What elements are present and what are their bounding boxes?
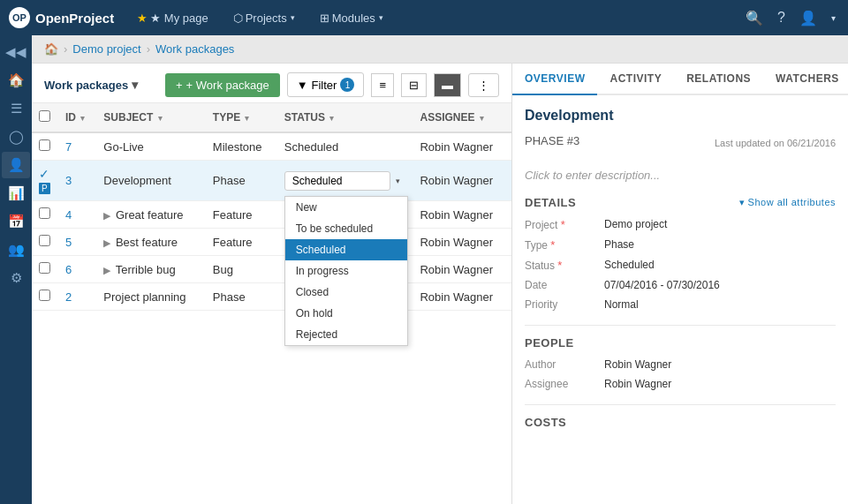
field-value-status[interactable]: Scheduled [604, 259, 836, 271]
table-row[interactable]: ✓ P 3 Development Phase New [32, 161, 511, 201]
status-option-rejected[interactable]: Rejected [285, 324, 407, 345]
field-value-project[interactable]: Demo project [604, 218, 836, 230]
status-option-scheduled[interactable]: Scheduled [285, 239, 407, 260]
sidebar-item-gantt[interactable]: 📊 [2, 180, 30, 207]
breadcrumb-home-icon[interactable]: 🏠 [44, 42, 58, 56]
detail-field-date: Date 07/04/2016 - 07/30/2016 [525, 279, 836, 291]
field-value-author[interactable]: Robin Wagner [604, 358, 836, 371]
row-checkbox[interactable] [39, 290, 50, 301]
row-subject[interactable]: Project planning [96, 283, 205, 311]
row-subject[interactable]: Go-Live [96, 132, 205, 161]
field-label-priority: Priority [525, 298, 604, 311]
status-option-to-be-scheduled[interactable]: To be scheduled [285, 218, 407, 239]
view-split-button[interactable]: ⊟ [401, 73, 427, 97]
tab-overview[interactable]: OVERVIEW [512, 64, 597, 95]
row-id[interactable]: 6 [58, 256, 96, 283]
field-value-type[interactable]: Phase [604, 238, 836, 251]
filter-button[interactable]: ▼ Filter 1 [287, 72, 365, 97]
sidebar-item-back[interactable]: ◀◀ [2, 39, 30, 65]
detail-field-status: Status * Scheduled [525, 259, 836, 272]
detail-tabs: OVERVIEW ACTIVITY RELATIONS WATCHERS [512, 64, 848, 95]
detail-field-type: Type * Phase [525, 238, 836, 252]
row-subject[interactable]: ▶ Terrible bug [96, 256, 205, 283]
breadcrumb-demo-project[interactable]: Demo project [72, 42, 140, 56]
nav-projects[interactable]: ⬡ Projects ▾ [228, 8, 300, 28]
status-option-in-progress[interactable]: In progress [285, 260, 407, 282]
nav-my-page[interactable]: ★ ★ My page [132, 8, 213, 28]
select-all-checkbox[interactable] [39, 110, 50, 122]
sidebar-item-settings[interactable]: ⚙ [2, 265, 30, 291]
row-subject[interactable]: ▶ Best feature [96, 229, 205, 256]
status-select[interactable]: New To be scheduled Scheduled In progres… [284, 171, 390, 191]
status-option-on-hold[interactable]: On hold [285, 303, 407, 324]
row-checkbox[interactable] [39, 235, 50, 246]
row-checkbox[interactable] [39, 207, 50, 219]
tab-relations[interactable]: RELATIONS [674, 64, 763, 95]
field-value-assignee[interactable]: Robin Wagner [604, 378, 836, 390]
breadcrumb-work-packages[interactable]: Work packages [155, 42, 234, 56]
row-checkbox[interactable] [39, 262, 50, 274]
row-subject[interactable]: Development [96, 161, 205, 201]
status-dropdown-wrapper[interactable]: New To be scheduled Scheduled In progres… [284, 171, 406, 191]
field-value-priority[interactable]: Normal [604, 298, 836, 311]
status-option-closed[interactable]: Closed [285, 282, 407, 303]
show-all-attrs-button[interactable]: ▾ Show all attributes [739, 197, 836, 208]
breadcrumb: 🏠 › Demo project › Work packages [32, 35, 848, 64]
row-subject[interactable]: ▶ Great feature [96, 201, 205, 229]
sidebar: ◀◀ 🏠 ☰ ◯ 👤 📊 📅 👥 ⚙ [0, 35, 32, 504]
row-type: Bug [206, 256, 277, 283]
row-id[interactable]: 2 [58, 283, 96, 311]
row-assignee: Robin Wagner [413, 161, 511, 201]
status-option-new[interactable]: New [285, 197, 407, 218]
logo-icon: OP [9, 7, 30, 28]
row-id[interactable]: 3 [58, 161, 96, 201]
row-id[interactable]: 7 [58, 132, 96, 161]
sidebar-item-activity[interactable]: ◯ [2, 124, 30, 150]
required-indicator: * [561, 218, 565, 231]
row-check [32, 201, 58, 229]
more-options-button[interactable]: ⋮ [468, 73, 499, 97]
sidebar-item-home[interactable]: 🏠 [2, 67, 30, 94]
user-caret-icon[interactable]: ▾ [828, 10, 839, 26]
details-section-title: DETAILS ▾ Show all attributes [525, 196, 836, 209]
work-packages-table: ID ▾ SUBJECT ▾ TYPE ▾ STATUS ▾ ASSIGNEE … [32, 103, 511, 504]
row-id[interactable]: 4 [58, 201, 96, 229]
navbar-right: 🔍 ? 👤 ▾ [742, 6, 839, 30]
sidebar-item-menu[interactable]: ☰ [2, 95, 30, 122]
detail-field-project: Project * Demo project [525, 218, 836, 231]
field-value-date[interactable]: 07/04/2016 - 07/30/2016 [604, 279, 836, 291]
row-checkbox[interactable] [39, 139, 50, 151]
th-assignee[interactable]: ASSIGNEE ▾ [413, 103, 511, 132]
sidebar-item-calendar[interactable]: 📅 [2, 208, 30, 235]
table-row[interactable]: 5 ▶ Best feature Feature Robin Wagner [32, 229, 511, 256]
sidebar-item-team[interactable]: 👥 [2, 237, 30, 263]
help-icon[interactable]: ? [774, 6, 789, 29]
tab-watchers[interactable]: WATCHERS [763, 64, 848, 95]
view-detail-button[interactable]: ▬ [434, 73, 461, 97]
row-id[interactable]: 5 [58, 229, 96, 256]
search-icon[interactable]: 🔍 [742, 6, 767, 30]
user-icon[interactable]: 👤 [796, 6, 821, 30]
th-id[interactable]: ID ▾ [58, 103, 96, 132]
table-row[interactable]: 6 ▶ Terrible bug Bug Robin Wagner [32, 256, 511, 283]
plus-icon: + [176, 79, 183, 92]
th-status[interactable]: STATUS ▾ [277, 103, 413, 132]
th-type[interactable]: TYPE ▾ [206, 103, 277, 132]
add-work-package-button[interactable]: + + Work package [165, 73, 280, 97]
logo[interactable]: OP OpenProject [9, 7, 114, 28]
row-assignee: Robin Wagner [413, 256, 511, 283]
table-row[interactable]: 7 Go-Live Milestone Scheduled Robin Wagn… [32, 132, 511, 161]
table-row[interactable]: 4 ▶ Great feature Feature Robin Wagner [32, 201, 511, 229]
status-dropdown-menu[interactable]: New To be scheduled Scheduled In progres… [284, 196, 408, 346]
wp-toolbar: + + Work package ▼ Filter 1 ≡ ⊟ ▬ ⋮ [165, 72, 499, 97]
sidebar-item-workpackages[interactable]: 👤 [2, 152, 30, 178]
detail-description-placeholder[interactable]: Click to enter description... [525, 169, 836, 182]
view-list-button[interactable]: ≡ [371, 73, 394, 97]
row-assignee: Robin Wagner [413, 132, 511, 161]
page-title-caret[interactable]: ▾ [132, 78, 138, 92]
th-subject[interactable]: SUBJECT ▾ [96, 103, 205, 132]
row-status-edit[interactable]: New To be scheduled Scheduled In progres… [277, 161, 413, 201]
table-row[interactable]: 2 Project planning Phase In progress Rob… [32, 283, 511, 311]
nav-modules[interactable]: ⊞ Modules ▾ [314, 8, 389, 28]
tab-activity[interactable]: ACTIVITY [597, 64, 674, 95]
